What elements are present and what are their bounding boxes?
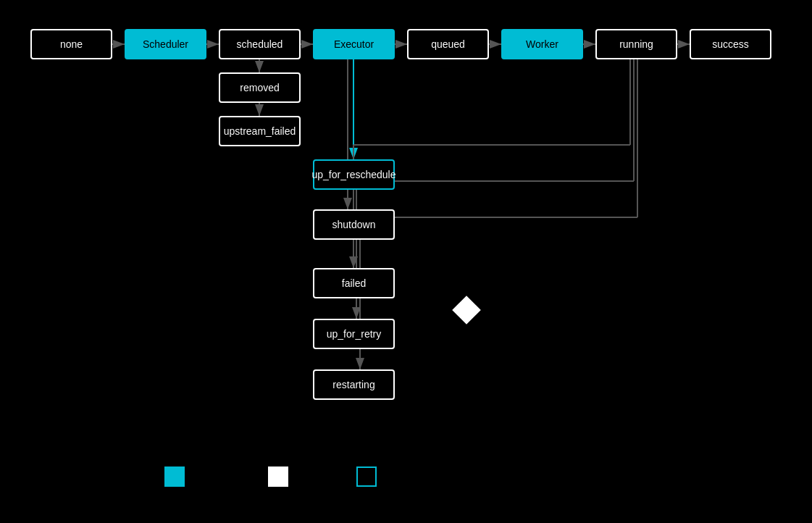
node-upstream-failed[interactable]: upstream_failed bbox=[219, 116, 301, 146]
node-none-label: none bbox=[60, 38, 83, 50]
node-removed-label: removed bbox=[240, 82, 279, 93]
node-up-for-retry-label: up_for_retry bbox=[327, 328, 381, 340]
node-success[interactable]: success bbox=[690, 29, 771, 59]
node-success-label: success bbox=[712, 38, 749, 50]
node-worker-label: Worker bbox=[526, 38, 558, 50]
node-queued-label: queued bbox=[431, 38, 465, 50]
legend-box-cyan bbox=[164, 466, 185, 487]
node-upstream-failed-label: upstream_failed bbox=[224, 125, 296, 137]
legend-box-outlined-cyan bbox=[356, 466, 377, 487]
node-up-for-reschedule-label: up_for_reschedule bbox=[312, 169, 396, 180]
node-none[interactable]: none bbox=[30, 29, 112, 59]
node-scheduled[interactable]: scheduled bbox=[219, 29, 301, 59]
node-scheduler[interactable]: Scheduler bbox=[125, 29, 206, 59]
node-failed[interactable]: failed bbox=[313, 268, 395, 298]
node-shutdown[interactable]: shutdown bbox=[313, 209, 395, 240]
node-executor[interactable]: Executor bbox=[313, 29, 395, 59]
legend bbox=[164, 466, 185, 487]
node-running[interactable]: running bbox=[595, 29, 677, 59]
node-restarting-label: restarting bbox=[332, 379, 374, 390]
arrows-layer bbox=[0, 0, 812, 523]
node-removed[interactable]: removed bbox=[219, 72, 301, 103]
node-running-label: running bbox=[619, 38, 653, 50]
node-worker[interactable]: Worker bbox=[501, 29, 583, 59]
node-up-for-reschedule[interactable]: up_for_reschedule bbox=[313, 159, 395, 190]
node-restarting[interactable]: restarting bbox=[313, 369, 395, 400]
node-scheduled-label: scheduled bbox=[237, 38, 283, 50]
node-executor-label: Executor bbox=[334, 38, 374, 50]
diamond-icon bbox=[452, 296, 481, 325]
node-shutdown-label: shutdown bbox=[332, 219, 376, 230]
node-scheduler-label: Scheduler bbox=[143, 38, 188, 50]
node-failed-label: failed bbox=[342, 277, 366, 289]
legend-white bbox=[268, 466, 288, 487]
legend-outlined-cyan bbox=[356, 466, 377, 487]
legend-box-white bbox=[268, 466, 288, 487]
node-up-for-retry[interactable]: up_for_retry bbox=[313, 319, 395, 349]
node-queued[interactable]: queued bbox=[407, 29, 489, 59]
